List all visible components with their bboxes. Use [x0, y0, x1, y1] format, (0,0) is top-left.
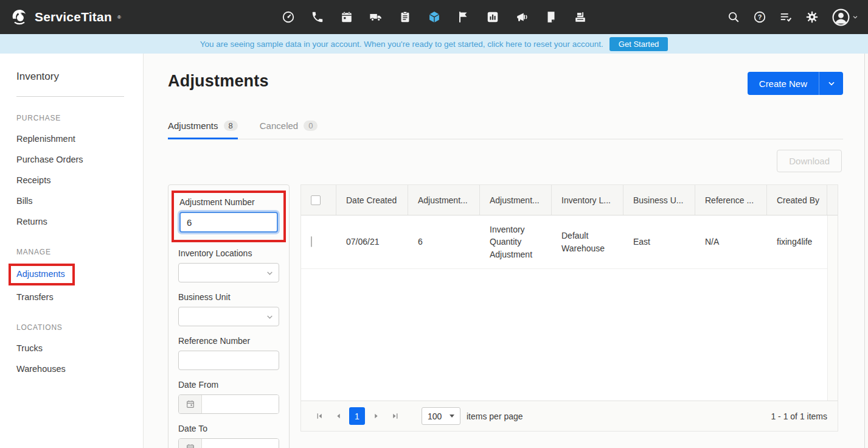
tab-bar: Adjustments 8 Canceled 0 — [168, 121, 843, 139]
marketing-megaphone-icon[interactable] — [515, 10, 529, 24]
sidebar-item-warehouses[interactable]: Warehouses — [16, 359, 143, 379]
sidebar-item-bills[interactable]: Bills — [16, 191, 143, 211]
first-page-button[interactable] — [311, 408, 327, 424]
inventory-sidebar: Inventory PURCHASE Replenishment Purchas… — [0, 54, 144, 448]
column-header-created-by[interactable]: Created By — [767, 185, 827, 215]
sidebar-item-receipts[interactable]: Receipts — [16, 170, 143, 191]
reference-number-label: Reference Number — [178, 336, 279, 346]
calendar-icon[interactable] — [340, 10, 353, 24]
annotation-box-adjustments-nav: Adjustments — [9, 264, 75, 285]
user-avatar — [832, 8, 850, 27]
adjustment-number-label: Adjustment Number — [179, 197, 278, 207]
select-all-checkbox[interactable] — [311, 195, 321, 205]
sidebar-item-replenishment[interactable]: Replenishment — [16, 128, 143, 149]
caret-down-icon — [450, 415, 454, 418]
business-unit-label: Business Unit — [178, 292, 279, 302]
tab-adjustments[interactable]: Adjustments 8 — [168, 121, 238, 139]
column-header-inventory-location[interactable]: Inventory L... — [552, 185, 623, 215]
adjustment-number-input[interactable] — [179, 212, 278, 233]
page-vertical-scrollbar[interactable] — [864, 54, 868, 448]
business-unit-select[interactable] — [178, 307, 279, 326]
flag-icon[interactable] — [457, 10, 470, 24]
create-new-label: Create New — [748, 72, 819, 95]
table-row[interactable]: 07/06/21 6 Inventory Quantity Adjustment… — [301, 215, 838, 269]
truck-dispatch-icon[interactable] — [369, 10, 383, 24]
task-list-icon[interactable] — [779, 10, 793, 24]
titan-mascot-icon — [10, 7, 29, 27]
date-from-field — [178, 394, 279, 414]
phone-icon[interactable] — [311, 10, 324, 24]
last-page-button[interactable] — [387, 408, 403, 424]
create-new-button[interactable]: Create New — [748, 72, 843, 95]
page-size-select[interactable]: 100 — [422, 407, 460, 425]
tab-canceled[interactable]: Canceled 0 — [260, 121, 318, 139]
column-header-business-unit[interactable]: Business U... — [623, 185, 695, 215]
documents-icon[interactable] — [544, 10, 558, 24]
filter-panel: Adjustment Number Inventory Locations Bu… — [168, 184, 290, 448]
module-icon-bar — [282, 10, 587, 24]
chevron-down-icon — [266, 269, 274, 277]
table-vertical-scrollbar[interactable] — [827, 215, 838, 401]
inventory-locations-label: Inventory Locations — [178, 248, 279, 258]
sidebar-item-trucks[interactable]: Trucks — [16, 338, 143, 359]
section-label-locations: LOCATIONS — [16, 323, 143, 332]
invoice-clipboard-icon[interactable] — [398, 10, 412, 24]
cell-business-unit: East — [623, 229, 695, 254]
svg-text:?: ? — [758, 13, 762, 21]
table-body: 07/06/21 6 Inventory Quantity Adjustment… — [301, 215, 838, 401]
create-new-dropdown[interactable] — [819, 72, 843, 95]
utility-icon-bar: ? — [587, 8, 859, 27]
cell-adjustment-type: Inventory Quantity Adjustment — [480, 217, 552, 267]
sidebar-item-adjustments[interactable]: Adjustments — [16, 269, 65, 279]
settings-gear-icon[interactable] — [805, 10, 819, 24]
inventory-locations-select[interactable] — [178, 263, 279, 282]
cash-register-icon[interactable] — [574, 10, 587, 24]
main-content: Adjustments Create New Adjustments 8 Can… — [144, 54, 868, 448]
column-header-reference[interactable]: Reference ... — [695, 185, 767, 215]
date-from-label: Date From — [178, 380, 279, 390]
sidebar-item-transfers[interactable]: Transfers — [16, 287, 143, 307]
reports-chart-icon[interactable] — [486, 10, 499, 24]
page-title: Adjustments — [168, 72, 269, 91]
column-header-adjustment-number[interactable]: Adjustment... — [408, 185, 480, 215]
scrollbar-spacer — [827, 185, 838, 215]
calendar-icon[interactable] — [179, 395, 202, 413]
search-icon[interactable] — [727, 10, 740, 24]
items-per-page-label: items per page — [467, 411, 523, 421]
registered-mark: ® — [117, 15, 121, 20]
calendar-icon[interactable] — [179, 439, 202, 448]
reference-number-input[interactable] — [178, 351, 279, 370]
date-to-input[interactable] — [202, 439, 279, 448]
column-header-adjustment-type[interactable]: Adjustment... — [480, 185, 552, 215]
inventory-cube-icon[interactable] — [428, 10, 441, 24]
download-button[interactable]: Download — [777, 150, 842, 172]
get-started-button[interactable]: Get Started — [609, 37, 668, 51]
tab-canceled-count: 0 — [304, 121, 318, 131]
date-to-label: Date To — [178, 424, 279, 433]
next-page-button[interactable] — [368, 408, 384, 424]
help-icon[interactable]: ? — [753, 10, 766, 24]
sidebar-item-returns[interactable]: Returns — [16, 211, 143, 232]
previous-page-button[interactable] — [330, 408, 346, 424]
dashboard-gauge-icon[interactable] — [282, 10, 295, 24]
date-to-field — [178, 438, 279, 448]
cell-reference: N/A — [695, 229, 767, 254]
tab-adjustments-count: 8 — [224, 121, 238, 131]
cell-inventory-location: Default Warehouse — [552, 223, 623, 261]
servicetitan-logo[interactable]: ServiceTitan ® — [10, 7, 282, 27]
sample-data-banner: You are seeing sample data in your accou… — [0, 34, 868, 54]
sidebar-title: Inventory — [16, 71, 143, 83]
date-from-input[interactable] — [202, 395, 279, 413]
adjustments-table: Date Created Adjustment... Adjustment...… — [300, 184, 838, 432]
column-header-date-created[interactable]: Date Created — [336, 185, 408, 215]
table-header-row: Date Created Adjustment... Adjustment...… — [301, 185, 838, 215]
user-menu[interactable] — [832, 8, 858, 27]
section-label-purchase: PURCHASE — [16, 114, 143, 122]
pagination-bar: 1 100 items per page 1 - 1 of 1 items — [301, 401, 838, 431]
chevron-down-icon — [852, 14, 858, 20]
banner-message[interactable]: You are seeing sample data in your accou… — [200, 40, 603, 49]
sidebar-item-purchase-orders[interactable]: Purchase Orders — [16, 149, 143, 170]
page-1-button[interactable]: 1 — [349, 407, 365, 425]
row-checkbox[interactable] — [311, 236, 312, 247]
sidebar-divider — [16, 96, 124, 97]
